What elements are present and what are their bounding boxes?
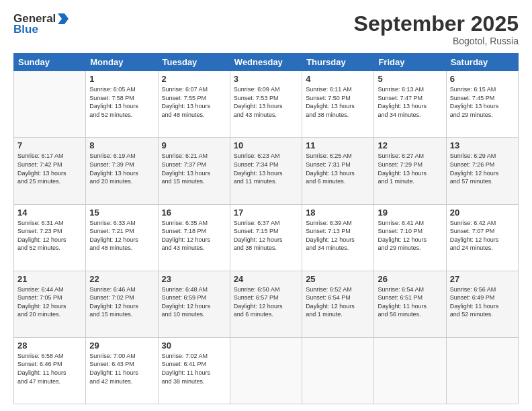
day-cell (230, 337, 302, 404)
day-info: Sunrise: 6:33 AM Sunset: 7:21 PM Dayligh… (89, 219, 154, 253)
week-row-3: 14Sunrise: 6:31 AM Sunset: 7:23 PM Dayli… (14, 204, 519, 271)
day-cell (14, 71, 86, 138)
header-sunday: Sunday (14, 54, 86, 71)
day-cell: 3Sunrise: 6:09 AM Sunset: 7:53 PM Daylig… (230, 71, 302, 138)
day-cell: 27Sunrise: 6:56 AM Sunset: 6:49 PM Dayli… (446, 271, 518, 337)
day-number: 17 (234, 208, 298, 218)
day-cell (374, 337, 446, 404)
day-cell: 17Sunrise: 6:37 AM Sunset: 7:15 PM Dayli… (230, 204, 302, 271)
day-cell: 20Sunrise: 6:42 AM Sunset: 7:07 PM Dayli… (446, 204, 518, 271)
day-info: Sunrise: 6:05 AM Sunset: 7:58 PM Dayligh… (89, 85, 154, 119)
day-cell: 19Sunrise: 6:41 AM Sunset: 7:10 PM Dayli… (374, 204, 446, 271)
day-cell: 29Sunrise: 7:00 AM Sunset: 6:43 PM Dayli… (86, 337, 158, 404)
week-row-1: 1Sunrise: 6:05 AM Sunset: 7:58 PM Daylig… (14, 71, 519, 138)
day-cell: 2Sunrise: 6:07 AM Sunset: 7:55 PM Daylig… (158, 71, 230, 138)
day-number: 15 (89, 208, 154, 218)
header-thursday: Thursday (302, 54, 374, 71)
day-cell: 18Sunrise: 6:39 AM Sunset: 7:13 PM Dayli… (302, 204, 374, 271)
day-cell (446, 337, 518, 404)
calendar-table: Sunday Monday Tuesday Wednesday Thursday… (13, 53, 519, 404)
logo-blue-text: Blue (13, 23, 38, 36)
day-info: Sunrise: 6:41 AM Sunset: 7:10 PM Dayligh… (378, 219, 442, 253)
day-cell: 24Sunrise: 6:50 AM Sunset: 6:57 PM Dayli… (230, 271, 302, 337)
page: General Blue September 2025 Bogotol, Rus… (0, 0, 532, 411)
day-cell: 5Sunrise: 6:13 AM Sunset: 7:47 PM Daylig… (374, 71, 446, 138)
day-number: 30 (162, 340, 226, 351)
day-number: 11 (306, 140, 370, 150)
day-info: Sunrise: 6:09 AM Sunset: 7:53 PM Dayligh… (234, 85, 298, 119)
month-title: September 2025 (354, 12, 519, 36)
day-number: 7 (17, 140, 82, 150)
day-number: 20 (450, 208, 515, 218)
day-number: 10 (234, 140, 298, 150)
day-info: Sunrise: 6:25 AM Sunset: 7:31 PM Dayligh… (306, 152, 370, 185)
day-number: 14 (17, 208, 82, 218)
subtitle: Bogotol, Russia (354, 36, 519, 46)
day-info: Sunrise: 6:23 AM Sunset: 7:34 PM Dayligh… (234, 152, 298, 185)
header-tuesday: Tuesday (158, 54, 230, 71)
day-info: Sunrise: 6:50 AM Sunset: 6:57 PM Dayligh… (234, 285, 298, 319)
day-number: 13 (450, 140, 515, 150)
day-cell: 25Sunrise: 6:52 AM Sunset: 6:54 PM Dayli… (302, 271, 374, 337)
day-cell: 15Sunrise: 6:33 AM Sunset: 7:21 PM Dayli… (86, 204, 158, 271)
day-cell: 16Sunrise: 6:35 AM Sunset: 7:18 PM Dayli… (158, 204, 230, 271)
week-row-4: 21Sunrise: 6:44 AM Sunset: 7:05 PM Dayli… (14, 271, 519, 337)
day-info: Sunrise: 6:21 AM Sunset: 7:37 PM Dayligh… (162, 152, 226, 185)
day-number: 2 (162, 74, 226, 84)
day-number: 16 (162, 208, 226, 218)
day-cell: 11Sunrise: 6:25 AM Sunset: 7:31 PM Dayli… (302, 138, 374, 204)
day-cell: 1Sunrise: 6:05 AM Sunset: 7:58 PM Daylig… (86, 71, 158, 138)
day-cell: 8Sunrise: 6:19 AM Sunset: 7:39 PM Daylig… (86, 138, 158, 204)
day-info: Sunrise: 6:39 AM Sunset: 7:13 PM Dayligh… (306, 219, 370, 253)
day-info: Sunrise: 6:17 AM Sunset: 7:42 PM Dayligh… (17, 152, 82, 185)
day-cell: 21Sunrise: 6:44 AM Sunset: 7:05 PM Dayli… (14, 271, 86, 337)
day-cell: 9Sunrise: 6:21 AM Sunset: 7:37 PM Daylig… (158, 138, 230, 204)
svg-marker-0 (58, 13, 69, 24)
title-block: September 2025 Bogotol, Russia (354, 12, 519, 46)
day-cell: 13Sunrise: 6:29 AM Sunset: 7:26 PM Dayli… (446, 138, 518, 204)
day-info: Sunrise: 6:52 AM Sunset: 6:54 PM Dayligh… (306, 285, 370, 319)
day-number: 26 (378, 274, 442, 284)
day-info: Sunrise: 6:19 AM Sunset: 7:39 PM Dayligh… (89, 152, 154, 185)
day-number: 8 (89, 140, 154, 150)
day-number: 5 (378, 74, 442, 84)
day-info: Sunrise: 6:42 AM Sunset: 7:07 PM Dayligh… (450, 219, 515, 253)
day-number: 19 (378, 208, 442, 218)
day-info: Sunrise: 6:11 AM Sunset: 7:50 PM Dayligh… (306, 85, 370, 119)
day-number: 29 (89, 340, 154, 351)
day-info: Sunrise: 6:44 AM Sunset: 7:05 PM Dayligh… (17, 285, 82, 319)
day-cell: 14Sunrise: 6:31 AM Sunset: 7:23 PM Dayli… (14, 204, 86, 271)
weekday-header-row: Sunday Monday Tuesday Wednesday Thursday… (14, 54, 519, 71)
day-cell: 4Sunrise: 6:11 AM Sunset: 7:50 PM Daylig… (302, 71, 374, 138)
header-saturday: Saturday (446, 54, 518, 71)
day-info: Sunrise: 6:07 AM Sunset: 7:55 PM Dayligh… (162, 85, 226, 119)
day-number: 9 (162, 140, 226, 150)
day-number: 28 (17, 340, 82, 351)
logo: General Blue (13, 12, 71, 36)
day-number: 6 (450, 74, 515, 84)
header-friday: Friday (374, 54, 446, 71)
week-row-5: 28Sunrise: 6:58 AM Sunset: 6:46 PM Dayli… (14, 337, 519, 404)
day-cell: 7Sunrise: 6:17 AM Sunset: 7:42 PM Daylig… (14, 138, 86, 204)
week-row-2: 7Sunrise: 6:17 AM Sunset: 7:42 PM Daylig… (14, 138, 519, 204)
header: General Blue September 2025 Bogotol, Rus… (13, 12, 519, 46)
day-info: Sunrise: 6:15 AM Sunset: 7:45 PM Dayligh… (450, 85, 515, 119)
header-monday: Monday (86, 54, 158, 71)
day-number: 24 (234, 274, 298, 284)
day-number: 23 (162, 274, 226, 284)
day-info: Sunrise: 7:02 AM Sunset: 6:41 PM Dayligh… (162, 352, 226, 385)
header-wednesday: Wednesday (230, 54, 302, 71)
day-cell: 28Sunrise: 6:58 AM Sunset: 6:46 PM Dayli… (14, 337, 86, 404)
day-cell: 6Sunrise: 6:15 AM Sunset: 7:45 PM Daylig… (446, 71, 518, 138)
day-info: Sunrise: 6:54 AM Sunset: 6:51 PM Dayligh… (378, 285, 442, 319)
day-number: 1 (89, 74, 154, 84)
day-number: 25 (306, 274, 370, 284)
day-info: Sunrise: 6:37 AM Sunset: 7:15 PM Dayligh… (234, 219, 298, 253)
day-number: 12 (378, 140, 442, 150)
day-info: Sunrise: 6:35 AM Sunset: 7:18 PM Dayligh… (162, 219, 226, 253)
day-info: Sunrise: 6:48 AM Sunset: 6:59 PM Dayligh… (162, 285, 226, 319)
day-number: 21 (17, 274, 82, 284)
day-cell: 30Sunrise: 7:02 AM Sunset: 6:41 PM Dayli… (158, 337, 230, 404)
day-cell: 26Sunrise: 6:54 AM Sunset: 6:51 PM Dayli… (374, 271, 446, 337)
day-cell: 23Sunrise: 6:48 AM Sunset: 6:59 PM Dayli… (158, 271, 230, 337)
